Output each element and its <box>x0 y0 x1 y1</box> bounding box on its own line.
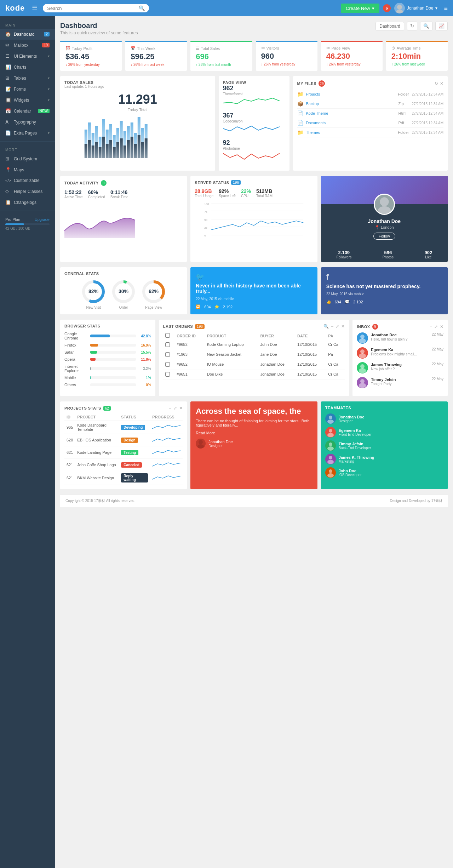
inbox-minimize-icon[interactable]: − <box>430 324 432 329</box>
twitter-likes: 694 <box>204 305 211 309</box>
orders-expand-icon[interactable]: ⤢ <box>336 324 339 329</box>
project-progress-chart <box>152 461 180 468</box>
order-checkbox[interactable] <box>165 372 170 377</box>
sidebar-item-grid[interactable]: ⊞ Grid System <box>0 153 55 164</box>
sidebar-item-typography[interactable]: A Typography <box>0 116 55 127</box>
sidebar-item-forms[interactable]: 📝 Forms ▾ <box>0 84 55 95</box>
projects-minimize-icon[interactable]: − <box>169 406 171 411</box>
file-name[interactable]: Documents <box>306 121 396 125</box>
facebook-likes: 694 <box>335 300 341 304</box>
file-name[interactable]: Backup <box>306 102 396 106</box>
follow-button[interactable]: Follow <box>373 233 395 240</box>
teammate-role: iOS Developer <box>339 473 362 477</box>
file-type-icon: 📁 <box>297 91 303 97</box>
list-item[interactable]: Jonathan Doe Designer <box>325 413 443 424</box>
top-nav: kode ☰ 🔍 Create New ▾ 6 Jonathan Doe ▾ ≡ <box>0 0 453 16</box>
orders-search-icon[interactable]: 🔍 <box>323 324 329 329</box>
today-sales-subtitle: Last update: 1 Hours ago <box>64 85 211 88</box>
browser-pct: 11.8% <box>139 358 151 361</box>
orders-select-all[interactable] <box>165 333 170 338</box>
svg-point-76 <box>327 460 334 464</box>
order-checkbox[interactable] <box>165 342 170 347</box>
teammate-avatar <box>325 413 336 424</box>
refresh-button[interactable]: ↻ <box>407 22 417 30</box>
sidebar-item-mailbox[interactable]: ✉ Mailbox 19 <box>0 40 55 51</box>
donut-row: 82% New Visit 30% Order <box>64 279 183 309</box>
projects-stats-card: PROJECTS STATS 62 − ⤢ ✕ ID PROJECT STATU… <box>60 401 187 489</box>
blog-read-more[interactable]: Read More <box>196 431 312 435</box>
order-buyer: Jonathan Doe <box>258 360 295 370</box>
orders-minimize-icon[interactable]: − <box>331 324 333 329</box>
projects-close-icon[interactable]: ✕ <box>179 406 183 411</box>
menu-lines-icon[interactable]: ≡ <box>444 5 448 12</box>
notification-badge[interactable]: 6 <box>383 4 391 12</box>
sidebar-item-calendar[interactable]: 📅 Calendar NEW <box>0 105 55 116</box>
forms-icon: 📝 <box>5 86 11 92</box>
breadcrumb-button[interactable]: Dashboard <box>375 22 404 30</box>
inbox-close-icon[interactable]: ✕ <box>440 324 443 329</box>
sidebar-item-extra[interactable]: 📄 Extra Pages ▾ <box>0 127 55 138</box>
file-name[interactable]: Themes <box>306 130 395 135</box>
orders-close-icon[interactable]: ✕ <box>341 324 345 329</box>
upgrade-link[interactable]: Upgrade <box>35 217 50 222</box>
sidebar-item-ui-elements[interactable]: ☰ UI Elements ▾ <box>0 51 55 62</box>
order-checkbox[interactable] <box>165 352 170 357</box>
svg-point-74 <box>327 446 334 451</box>
twitter-shares: 2.192 <box>223 305 233 309</box>
list-item[interactable]: Timmy Jefsin Back-End Developer <box>325 440 443 451</box>
inbox-item[interactable]: Jonathan Doe 22 May Hello, m8 how is goi… <box>357 332 443 344</box>
pv-item-1: 367 Codecanyon <box>223 112 285 135</box>
browser-name: Others <box>64 383 87 387</box>
sidebar-item-maps[interactable]: 📍 Maps <box>0 164 55 175</box>
sidebar-item-dashboard[interactable]: 🏠 Dashboard 2 <box>0 29 55 40</box>
create-new-button[interactable]: Create New ▾ <box>341 4 379 13</box>
file-name[interactable]: Kode Theme <box>306 111 396 115</box>
pageview-icon: 👁 <box>326 46 330 50</box>
stat-value-avgtime: 2:10min <box>391 52 442 61</box>
clock-icon: ⏰ <box>65 46 70 51</box>
sidebar-item-changelogs[interactable]: 📋 Changelogs <box>0 197 55 208</box>
sidebar-item-customizable[interactable]: </> Customizable <box>0 175 55 186</box>
order-checkbox[interactable] <box>165 362 170 367</box>
orders-title: LAST ORDERS <box>163 324 193 329</box>
inbox-message: Problems look mighty small... <box>371 352 443 356</box>
inbox-time: 22 May <box>432 377 443 381</box>
projects-expand-icon[interactable]: ⤢ <box>173 406 177 411</box>
stat-value-profit: $36.45 <box>65 52 116 61</box>
list-item[interactable]: James K. Throwing Marketing <box>325 454 443 464</box>
today-sales-title: TODAY SALES <box>64 80 211 85</box>
list-item[interactable]: John Doe iOS Developer <box>325 467 443 478</box>
file-name[interactable]: Projects <box>306 92 395 96</box>
sidebar-item-widgets[interactable]: 🔲 Widgets ▾ <box>0 95 55 105</box>
files-refresh-icon[interactable]: ↻ <box>435 81 438 86</box>
inbox-item[interactable]: Timmy Jefsin 22 May Tonight Party <box>357 377 443 388</box>
list-item[interactable]: Egemem Ka Front-End Developer <box>325 427 443 438</box>
sidebar-item-helper[interactable]: ◇ Helper Classes <box>0 186 55 197</box>
svg-point-68 <box>197 444 204 449</box>
my-files-title: MY FILES <box>297 81 317 86</box>
sidebar-item-tables[interactable]: ⊞ Tables ▾ <box>0 73 55 84</box>
browser-pct: 3.2% <box>139 367 151 371</box>
svg-rect-23 <box>95 142 98 158</box>
order-status: Pa <box>326 350 345 360</box>
search-page-button[interactable]: 🔍 <box>420 22 432 30</box>
inbox-item[interactable]: Egemem Ka 22 May Problems look mighty sm… <box>357 347 443 359</box>
sidebar-main-label: MAIN <box>0 20 55 29</box>
typography-icon: A <box>5 119 11 125</box>
files-close-icon[interactable]: ✕ <box>440 81 443 86</box>
browser-bar-bg <box>90 383 136 386</box>
search-input[interactable] <box>47 6 137 11</box>
sidebar-item-charts[interactable]: 📊 Charts <box>0 62 55 73</box>
order-product: New Season Jacket <box>205 350 258 360</box>
user-menu[interactable]: Jonathan Doe ▾ <box>394 3 438 13</box>
chart-toggle-button[interactable]: 📈 <box>435 22 448 30</box>
svg-point-59 <box>360 335 365 339</box>
inbox-item[interactable]: James Throwing 22 May New job offer ? <box>357 362 443 373</box>
widgets-icon: 🔲 <box>5 97 11 103</box>
stat-page-view: 👁Page View 46.230 ↓ 26% from yesterday <box>321 41 383 71</box>
inbox-title: INBOX <box>357 325 370 329</box>
hamburger-icon[interactable]: ☰ <box>32 4 38 12</box>
svg-point-48 <box>380 197 389 206</box>
inbox-expand-icon[interactable]: ⤢ <box>434 324 438 329</box>
file-type-icon: 📄 <box>297 120 303 126</box>
